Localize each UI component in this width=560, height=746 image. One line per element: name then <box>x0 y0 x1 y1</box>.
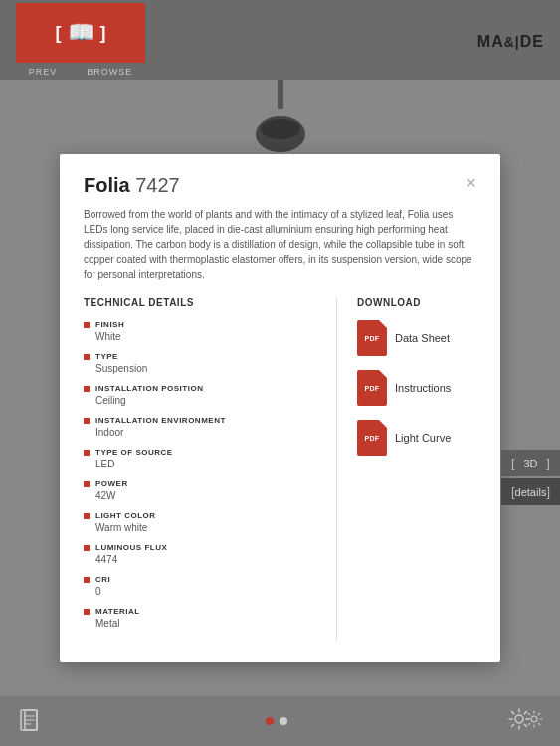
detail-source-type-value: LED <box>84 459 316 469</box>
detail-material: MATERIAL Metal <box>84 607 316 629</box>
modal-body: TECHNICAL DETAILS FINISH White TYPE Susp… <box>84 297 476 639</box>
technical-details-section: TECHNICAL DETAILS FINISH White TYPE Susp… <box>84 297 337 639</box>
logo-box: [ 📖 ] <box>16 3 145 63</box>
bullet-icon <box>84 609 90 615</box>
top-nav-labels: PREV BROWSE <box>29 67 133 77</box>
logo-right-bracket: ] <box>100 23 106 44</box>
pdf-label: PDF <box>365 385 380 392</box>
detail-type-value: Suspension <box>84 363 316 374</box>
detail-install-pos-label: INSTALLATION POSITION <box>84 384 316 393</box>
bracket-left-icon: [ <box>511 456 515 470</box>
detail-power: POWER 42W <box>84 479 316 501</box>
product-name: Folia <box>84 174 135 196</box>
dot-indicators <box>266 717 287 725</box>
top-bar: [ 📖 ] PREV BROWSE MA&|DE <box>0 0 560 80</box>
nav-label-prev[interactable]: PREV <box>29 67 58 77</box>
detail-luminous-flux-value: 4474 <box>84 554 316 565</box>
detail-install-env-label: INSTALLATION ENVIRONMENT <box>84 416 316 425</box>
detail-light-color-value: Warm white <box>84 522 316 533</box>
brand-middle: &| <box>504 34 520 50</box>
svg-point-9 <box>531 716 537 722</box>
tab-details-label: details <box>515 486 547 498</box>
modal-description: Borrowed from the world of plants and wi… <box>84 207 476 281</box>
pdf-icon-datasheet: PDF <box>357 320 387 356</box>
logo-book-icon: 📖 <box>68 20 94 46</box>
bottom-right <box>506 706 544 737</box>
download-datasheet-label: Data Sheet <box>395 332 450 344</box>
detail-light-color: LIGHT COLOR Warm white <box>84 511 316 533</box>
svg-rect-0 <box>278 80 283 109</box>
detail-power-label: POWER <box>84 479 316 488</box>
brand-name: MA&|DE <box>477 25 544 56</box>
tab-3d[interactable]: [ 3D ] <box>501 450 560 476</box>
dot-1[interactable] <box>266 717 274 725</box>
detail-light-color-label: LIGHT COLOR <box>84 511 316 520</box>
detail-install-pos-value: Ceiling <box>84 395 316 406</box>
bullet-icon <box>84 481 90 487</box>
brand-ma: MA <box>477 33 504 50</box>
svg-point-2 <box>261 119 300 139</box>
detail-material-label: MATERIAL <box>84 607 316 616</box>
bullet-icon <box>84 577 90 583</box>
modal-title: Folia 7427 <box>84 174 180 197</box>
bullet-icon <box>84 322 90 328</box>
detail-finish: FINISH White <box>84 320 316 342</box>
bracket-right-icon: ] <box>546 456 550 470</box>
download-title: DOWNLOAD <box>357 297 476 308</box>
detail-source-type-label: TYPE OF SOURCE <box>84 448 316 457</box>
modal-header: Folia 7427 × <box>84 174 476 197</box>
bullet-icon <box>84 418 90 424</box>
settings-icon-2[interactable] <box>524 709 544 734</box>
detail-cri: CRI 0 <box>84 575 316 597</box>
detail-type: TYPE Suspension <box>84 352 316 374</box>
bottom-bar <box>0 696 560 746</box>
bottom-left <box>16 706 46 736</box>
download-lightcurve[interactable]: PDF Light Curve <box>357 420 476 456</box>
detail-finish-label: FINISH <box>84 320 316 329</box>
pdf-icon-lightcurve: PDF <box>357 420 387 456</box>
bullet-icon <box>84 450 90 456</box>
detail-type-label: TYPE <box>84 352 316 361</box>
product-number: 7427 <box>135 174 180 196</box>
dot-2[interactable] <box>280 717 287 725</box>
document-icon[interactable] <box>16 706 46 736</box>
detail-material-value: Metal <box>84 618 316 629</box>
logo-left-bracket: [ <box>56 23 62 44</box>
detail-luminous-flux-label: LUMINOUS FLUX <box>84 543 316 552</box>
bullet-icon <box>84 545 90 551</box>
tab-3d-label: 3D <box>523 458 537 469</box>
bracket-right-icon: ] <box>546 484 550 499</box>
download-section: DOWNLOAD PDF Data Sheet PDF Instructions… <box>337 297 476 639</box>
detail-luminous-flux: LUMINOUS FLUX 4474 <box>84 543 316 565</box>
detail-install-env: INSTALLATION ENVIRONMENT Indoor <box>84 416 316 438</box>
top-center-nav: [ 📖 ] PREV BROWSE <box>16 3 145 77</box>
download-instructions[interactable]: PDF Instructions <box>357 370 476 406</box>
detail-power-value: 42W <box>84 490 316 501</box>
detail-source-type: TYPE OF SOURCE LED <box>84 448 316 469</box>
close-button[interactable]: × <box>466 174 476 192</box>
tab-details[interactable]: [ details ] <box>501 478 560 505</box>
bullet-icon <box>84 513 90 519</box>
detail-cri-label: CRI <box>84 575 316 584</box>
download-lightcurve-label: Light Curve <box>395 432 451 444</box>
pdf-icon-instructions: PDF <box>357 370 387 406</box>
right-tabs: [ 3D ] [ details ] <box>501 450 560 505</box>
detail-install-pos: INSTALLATION POSITION Ceiling <box>84 384 316 406</box>
lamp-silhouette <box>241 80 320 159</box>
brand-de: DE <box>520 33 544 50</box>
pdf-label: PDF <box>365 435 380 442</box>
bullet-icon <box>84 354 90 360</box>
download-datasheet[interactable]: PDF Data Sheet <box>357 320 476 356</box>
bullet-icon <box>84 386 90 392</box>
download-instructions-label: Instructions <box>395 382 451 394</box>
svg-point-8 <box>515 715 523 723</box>
nav-label-browse[interactable]: BROWSE <box>87 67 132 77</box>
detail-install-env-value: Indoor <box>84 427 316 438</box>
detail-finish-value: White <box>84 331 316 342</box>
technical-details-title: TECHNICAL DETAILS <box>84 297 316 308</box>
product-modal: Folia 7427 × Borrowed from the world of … <box>60 154 500 662</box>
detail-cri-value: 0 <box>84 586 316 597</box>
pdf-label: PDF <box>365 335 380 342</box>
